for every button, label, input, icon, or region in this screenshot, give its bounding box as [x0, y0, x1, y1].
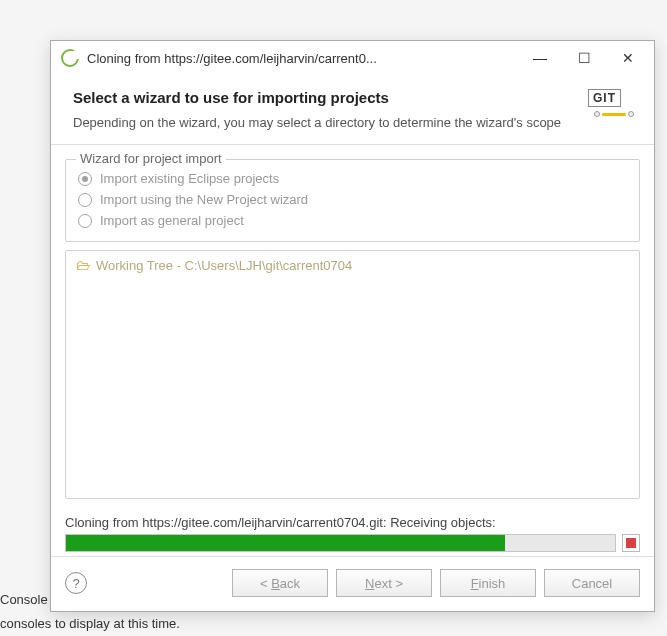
radio-icon: [78, 193, 92, 207]
back-button[interactable]: < Back: [232, 569, 328, 597]
stop-button[interactable]: [622, 534, 640, 552]
background-console-label: Console: [0, 592, 48, 607]
status-area: Cloning from https://gitee.com/leijharvi…: [51, 507, 654, 556]
tree-item[interactable]: 🗁 Working Tree - C:\Users\LJH\git\carren…: [76, 257, 629, 273]
titlebar: Cloning from https://gitee.com/leijharvi…: [51, 41, 654, 75]
finish-button[interactable]: Finish: [440, 569, 536, 597]
radio-icon: [78, 214, 92, 228]
background-console-text: consoles to display at this time.: [0, 616, 180, 631]
wizard-group: Wizard for project import Import existin…: [65, 159, 640, 242]
progress-row: [65, 534, 640, 552]
page-description: Depending on the wizard, you may select …: [73, 114, 636, 132]
maximize-button[interactable]: ☐: [562, 43, 606, 73]
radio-import-new-project[interactable]: Import using the New Project wizard: [78, 189, 627, 210]
status-text: Cloning from https://gitee.com/leijharvi…: [65, 515, 640, 530]
wizard-group-label: Wizard for project import: [76, 151, 226, 166]
radio-import-existing[interactable]: Import existing Eclipse projects: [78, 168, 627, 189]
dialog-header: Select a wizard to use for importing pro…: [51, 75, 654, 144]
dialog-footer: ? < Back Next > Finish Cancel: [51, 557, 654, 611]
progress-bar: [65, 534, 616, 552]
radio-icon: [78, 172, 92, 186]
eclipse-icon: [61, 49, 79, 67]
next-button[interactable]: Next >: [336, 569, 432, 597]
import-dialog: Cloning from https://gitee.com/leijharvi…: [50, 40, 655, 612]
radio-label: Import using the New Project wizard: [100, 192, 308, 207]
radio-label: Import as general project: [100, 213, 244, 228]
radio-label: Import existing Eclipse projects: [100, 171, 279, 186]
stop-icon: [626, 538, 636, 548]
git-badge-text: GIT: [588, 89, 621, 107]
dialog-content: Wizard for project import Import existin…: [51, 145, 654, 507]
progress-fill: [66, 535, 505, 551]
folder-icon: 🗁: [76, 257, 90, 273]
tree-item-label: Working Tree - C:\Users\LJH\git\carrent0…: [96, 258, 352, 273]
help-button[interactable]: ?: [65, 572, 87, 594]
close-button[interactable]: ✕: [606, 43, 650, 73]
window-title: Cloning from https://gitee.com/leijharvi…: [87, 51, 518, 66]
working-tree-list[interactable]: 🗁 Working Tree - C:\Users\LJH\git\carren…: [65, 250, 640, 499]
radio-import-general[interactable]: Import as general project: [78, 210, 627, 231]
minimize-button[interactable]: —: [518, 43, 562, 73]
page-title: Select a wizard to use for importing pro…: [73, 89, 636, 106]
cancel-button[interactable]: Cancel: [544, 569, 640, 597]
git-badge: GIT: [588, 89, 640, 127]
